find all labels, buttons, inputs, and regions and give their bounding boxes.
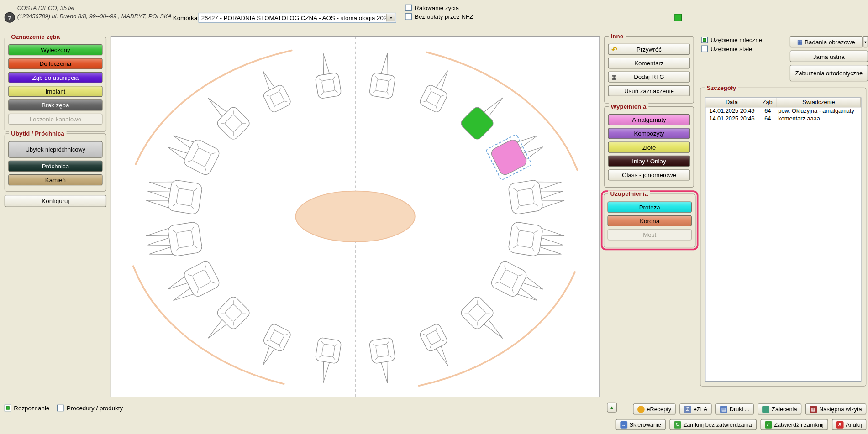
btn-anuluj[interactable]: ✗Anuluj bbox=[832, 419, 867, 430]
tooth-upper-6[interactable] bbox=[419, 66, 458, 114]
tooth-lower-5[interactable] bbox=[369, 337, 399, 385]
tooth-upper-3[interactable] bbox=[253, 66, 292, 114]
btn-kompozyty[interactable]: Kompozyty bbox=[608, 128, 690, 139]
tooth-63-healed[interactable] bbox=[459, 89, 512, 141]
btn-przywroc[interactable]: ↶Przywróć bbox=[608, 44, 690, 55]
btn-zamknij-bez-zatwierdzania[interactable]: ↻Zamknij bez zatwierdzania bbox=[669, 419, 756, 430]
chevron-down-icon: ▾ bbox=[864, 40, 866, 44]
chk-procedury-produkty[interactable]: Procedury / produkty bbox=[57, 405, 123, 412]
btn-ezla[interactable]: ZeZLA bbox=[679, 403, 712, 414]
btn-erecepty[interactable]: eRecepty bbox=[633, 403, 676, 414]
chk-ratowanie-zycia-box[interactable] bbox=[405, 5, 412, 11]
btn-do-leczenia[interactable]: Do leczenia bbox=[8, 58, 102, 69]
group-uzupelnienia: Uzupełnienia ProtezaKoronaMost bbox=[604, 194, 696, 248]
column-header-zab[interactable]: Ząb bbox=[758, 98, 777, 107]
chk-bez-oplaty-nfz[interactable]: Bez opłaty przez NFZ bbox=[405, 13, 473, 20]
btn-zab-do-usuniecia[interactable]: Ząb do usunięcia bbox=[8, 72, 102, 83]
btn-leczenie-kanalowe: Leczenie kanałowe bbox=[8, 114, 102, 125]
patient-details: (123456789) ul. Bueno 8/8, 99--00--99 , … bbox=[17, 13, 172, 20]
chk-rozpoznanie-label: Rozpoznanie bbox=[14, 405, 49, 412]
btn-zlote[interactable]: Złote bbox=[608, 142, 690, 153]
cancel-icon: ✗ bbox=[836, 421, 844, 428]
tooth-lower-1[interactable] bbox=[164, 260, 221, 308]
btn-druki-label: Druki ... bbox=[730, 406, 750, 413]
up-arrow-icon: ▲ bbox=[610, 405, 614, 410]
dental-chart[interactable] bbox=[111, 37, 599, 397]
btn-brak-zeba[interactable]: Brak zęba bbox=[8, 99, 102, 110]
btn-nastepna-wizyta[interactable]: ▦Następna wizyta bbox=[805, 403, 867, 414]
btn-usun-zaznaczenie[interactable]: Usuń zaznaczenie bbox=[608, 85, 690, 96]
tooth-lower-8[interactable] bbox=[489, 260, 547, 308]
tooth-lower-4[interactable] bbox=[312, 337, 342, 385]
calendar-icon: ▦ bbox=[810, 406, 817, 413]
tooth-upper-1[interactable] bbox=[164, 129, 221, 177]
chk-rozpoznanie[interactable]: Rozpoznanie bbox=[5, 405, 50, 412]
status-indicator bbox=[674, 14, 682, 21]
table-row[interactable]: 14.01.2025 20:4664komentarz aaaa bbox=[705, 115, 861, 123]
btn-ezla-label: eZLA bbox=[694, 406, 707, 413]
jama-ustna-button[interactable]: Jama ustna bbox=[790, 50, 868, 62]
btn-dodaj-rtg[interactable]: ▦Dodaj RTG bbox=[608, 71, 690, 82]
group-title: Wypełnienia bbox=[609, 103, 648, 110]
chk-uzebienie-mleczne-box[interactable] bbox=[701, 37, 708, 43]
chk-uzebienie-stale-label: Uzębienie stałe bbox=[710, 45, 752, 52]
tooth-lower-6[interactable] bbox=[419, 323, 458, 371]
collapse-button[interactable]: ▲ bbox=[607, 403, 617, 413]
btn-amalgamaty[interactable]: Amalgamaty bbox=[608, 114, 690, 125]
btn-zalecenia-label: Zalecenia bbox=[772, 406, 797, 413]
zaburzenia-ortodontyczne-label: Zaburzenia ortodontyczne bbox=[795, 70, 863, 77]
chk-uzebienie-stale[interactable]: Uzębienie stałe bbox=[701, 45, 762, 52]
badania-dropdown-button[interactable]: ▾ bbox=[863, 36, 868, 47]
tooth-64-selected[interactable] bbox=[486, 126, 548, 180]
btn-komentarz[interactable]: Komentarz bbox=[608, 58, 690, 68]
bottom-button-row-2: →Skierowanie↻Zamknij bez zatwierdzania✓Z… bbox=[615, 419, 866, 430]
btn-zatwierdz-i-zamknij[interactable]: ✓Zatwierdź i zamknij bbox=[760, 419, 828, 430]
close-circle-icon: ↻ bbox=[674, 421, 681, 428]
btn-glass-jonomerowe[interactable]: Glass - jonomerowe bbox=[608, 169, 690, 180]
tooth-upper-5[interactable] bbox=[369, 51, 399, 99]
btn-implant[interactable]: Implant bbox=[8, 86, 102, 97]
btn-skierowanie[interactable]: →Skierowanie bbox=[615, 419, 665, 430]
chk-uzebienie-stale-box[interactable] bbox=[701, 45, 708, 52]
cell-combobox[interactable]: 26427 - PORADNIA STOMATOLOGICZNA - AOS -… bbox=[199, 13, 396, 23]
help-icon[interactable]: ? bbox=[5, 12, 15, 23]
configure-button-label: Konfiguruj bbox=[42, 198, 69, 204]
dental-chart-canvas[interactable] bbox=[111, 36, 600, 397]
btn-zalecenia[interactable]: ≡Zalecenia bbox=[758, 403, 801, 414]
column-header-data[interactable]: Data bbox=[705, 98, 758, 107]
chk-uzebienie-mleczne[interactable]: Uzębienie mleczne bbox=[701, 37, 762, 43]
chk-ratowanie-zycia[interactable]: Ratowanie życia bbox=[405, 5, 473, 11]
table-header[interactable]: Data Ząb Świadczenie bbox=[705, 98, 861, 108]
tooth-lower-0[interactable] bbox=[145, 221, 203, 260]
btn-druki[interactable]: ▤Druki ... bbox=[715, 403, 754, 414]
chk-bez-oplaty-nfz-box[interactable] bbox=[405, 13, 412, 20]
details-table[interactable]: Data Ząb Świadczenie 14.01.2025 20:4964p… bbox=[705, 97, 861, 381]
btn-wyleczony[interactable]: Wyleczony bbox=[8, 44, 102, 55]
btn-proteza[interactable]: Proteza bbox=[607, 202, 692, 213]
tooth-lower-2[interactable] bbox=[199, 295, 252, 347]
group-oznaczenie-zeba: Oznaczenie zęba WyleczonyDo leczeniaZąb … bbox=[5, 37, 106, 132]
tooth-upper-0[interactable] bbox=[145, 176, 203, 215]
btn-nastepna-wizyta-label: Następna wizyta bbox=[819, 406, 862, 413]
btn-ubytek-nieprochnicowy[interactable]: Ubytek niepróchnicowy bbox=[8, 141, 102, 157]
btn-prochnica[interactable]: Próchnica bbox=[8, 161, 102, 172]
tooth-upper-2[interactable] bbox=[199, 89, 252, 141]
chevron-down-icon[interactable]: ▼ bbox=[386, 14, 395, 21]
table-row[interactable]: 14.01.2025 20:4964pow. Okluzyjna - amalg… bbox=[705, 107, 861, 115]
tooth-lower-7[interactable] bbox=[459, 295, 512, 347]
column-header-swiadczenie[interactable]: Świadczenie bbox=[777, 98, 861, 107]
tooth-upper-4[interactable] bbox=[312, 51, 342, 99]
jama-ustna-label: Jama ustna bbox=[813, 53, 845, 60]
configure-button[interactable]: Konfiguruj bbox=[5, 195, 106, 207]
btn-kamien[interactable]: Kamień bbox=[8, 174, 102, 185]
chk-rozpoznanie-box[interactable] bbox=[5, 405, 11, 412]
btn-inlay-onlay[interactable]: Inlay / Onlay bbox=[608, 156, 690, 167]
badania-obrazowe-button[interactable]: ▦ Badania obrazowe bbox=[790, 36, 863, 47]
btn-korona[interactable]: Korona bbox=[607, 215, 692, 226]
tooth-upper-9[interactable] bbox=[508, 176, 565, 215]
zaburzenia-ortodontyczne-button[interactable]: Zaburzenia ortodontyczne bbox=[790, 65, 868, 81]
tooth-lower-3[interactable] bbox=[253, 323, 292, 371]
btn-korona-label: Korona bbox=[640, 218, 659, 225]
chk-procedury-produkty-box[interactable] bbox=[57, 405, 64, 412]
tooth-lower-9[interactable] bbox=[508, 221, 565, 260]
